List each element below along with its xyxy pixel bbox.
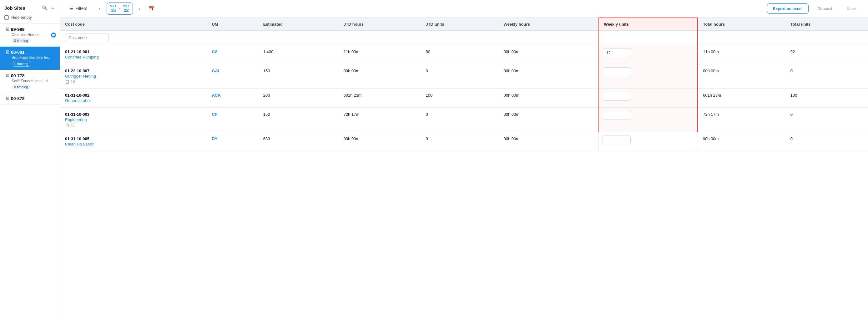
cell-weekly-units: [599, 64, 698, 89]
filter-icon[interactable]: ≡: [50, 5, 55, 11]
cell-jtd-units: 0: [421, 108, 498, 132]
discard-button[interactable]: Discard: [812, 4, 838, 13]
table-header: Cost codeUMEstimatedJTD hoursJTD unitsWe…: [60, 18, 868, 31]
um-value: CF: [212, 112, 217, 117]
cost-code-name-link[interactable]: Clean Up Labor: [65, 142, 202, 146]
topbar-right: Export as excel Discard Save: [767, 3, 862, 14]
cell-weekly-hours: 00h 00m: [498, 64, 598, 89]
cell-weekly-hours: 00h 00m: [498, 132, 598, 151]
cell-total-hours: 11h 00m: [698, 45, 785, 64]
hide-empty-row: Hide empty: [0, 14, 60, 24]
cost-code-search-input[interactable]: [65, 33, 109, 42]
weekly-units-input[interactable]: [603, 92, 631, 101]
empty-cell-um: [207, 31, 258, 45]
timelog-badge: 0 timelog: [11, 38, 31, 43]
site-name: Crestline Homes: [11, 32, 55, 37]
cell-sub-info: 📋 15: [65, 80, 202, 84]
cell-jtd-units: 0: [421, 132, 498, 151]
site-list: 🏗99-999Crestline Homes0 timelog🏗00-001Br…: [0, 24, 60, 105]
cell-total-units: 0: [785, 132, 868, 151]
cell-total-hours: 00h 00m: [698, 132, 785, 151]
sidebar-item-00-778[interactable]: 🏗00-778Swift Foundations Ltd.0 timelog: [0, 70, 60, 93]
next-date-button[interactable]: ›: [135, 4, 144, 13]
cost-code-name-link[interactable]: General Labor: [65, 98, 202, 103]
table-container: Cost codeUMEstimatedJTD hoursJTD unitsWe…: [60, 18, 868, 316]
cost-code-id: 01-31-10-002: [65, 93, 202, 97]
cost-code-name-link[interactable]: Engineering: [65, 117, 202, 122]
site-code: 99-999: [11, 27, 25, 32]
cost-code-name-link[interactable]: Outrigger Netting: [65, 74, 202, 79]
cost-code-name-link[interactable]: Concrete Pumping: [65, 55, 202, 59]
table-body: 01-21-10-001Concrete PumpingCA1,40011h 0…: [60, 45, 868, 151]
filters-button[interactable]: ☰ Filters: [66, 4, 90, 13]
sidebar-item-00-878[interactable]: 🏗00-878: [0, 93, 60, 104]
weekly-units-input[interactable]: [603, 48, 631, 57]
cell-estimated: 152: [258, 108, 339, 132]
th-weekly-units: Weekly units: [599, 18, 698, 31]
table-row: 01-31-10-003Engineering📋 11CF15272h 17m0…: [60, 108, 868, 132]
sidebar-title: Job Sites: [4, 5, 25, 11]
sidebar-item-00-001[interactable]: 🏗00-001Brookside Builders Inc.0 timelog: [0, 47, 60, 70]
cell-total-hours: 00h 00m: [698, 64, 785, 89]
building-icon: 🏗: [5, 50, 9, 54]
cell-jtd-hours: 00h 00m: [339, 64, 421, 89]
table-row: 01-31-10-002General LaborACR200601h 23m1…: [60, 89, 868, 108]
table-row: 01-31-10-005Clean Up LaborDY63900h 00m00…: [60, 132, 868, 151]
cell-um: GAL: [207, 64, 258, 89]
sliders-icon: ☰: [69, 6, 73, 11]
calendar-icon[interactable]: 📅: [147, 3, 157, 13]
document-icon: 📋: [65, 123, 69, 127]
building-icon: 🏗: [5, 74, 9, 78]
sidebar-header: Job Sites 🔍 ≡: [0, 0, 60, 14]
filters-label: Filters: [75, 6, 87, 11]
empty-cell-total-units: [785, 31, 868, 45]
hide-empty-checkbox[interactable]: [4, 15, 9, 20]
cell-total-hours: 72h 17m: [698, 108, 785, 132]
topbar: ☰ Filters ‹ OCT 16 - OCT 22 › 📅: [60, 0, 868, 18]
cell-total-units: 0: [785, 64, 868, 89]
cell-um: CF: [207, 108, 258, 132]
document-icon: 📋: [65, 80, 69, 84]
cell-weekly-units: [599, 45, 698, 64]
empty-cell-weekly-hours: [498, 31, 598, 45]
cell-estimated: 150: [258, 64, 339, 89]
export-excel-button[interactable]: Export as excel: [767, 3, 809, 14]
weekly-units-input[interactable]: [602, 135, 631, 144]
building-icon: 🏗: [5, 27, 9, 32]
site-item-row: 🏗99-999: [5, 27, 55, 32]
cell-jtd-units: 0: [421, 64, 498, 89]
th-jtd-units: JTD units: [421, 18, 498, 31]
cell-um: DY: [207, 132, 258, 151]
cell-weekly-units: [599, 108, 698, 132]
cell-cost-code: 01-31-10-003Engineering📋 11: [60, 108, 207, 132]
um-value: CA: [212, 50, 218, 54]
date-navigator: ‹ OCT 16 - OCT 22 › 📅: [95, 2, 157, 15]
cost-code-id: 01-22-10-007: [65, 68, 202, 73]
date-range: OCT 16 - OCT 22: [106, 2, 133, 15]
cell-cost-code: 01-22-10-007Outrigger Netting📋 15: [60, 64, 207, 89]
th-estimated: Estimated: [258, 18, 339, 31]
sidebar-item-99-999[interactable]: 🏗99-999Crestline Homes0 timelog: [0, 24, 60, 46]
th-total-units: Total units: [785, 18, 868, 31]
notification-dot: [50, 32, 57, 38]
weekly-units-input[interactable]: [603, 67, 631, 76]
th-weekly-hours: Weekly hours: [498, 18, 598, 31]
svg-point-0: [52, 34, 55, 36]
prev-date-button[interactable]: ‹: [95, 4, 104, 13]
cell-total-units: 0: [785, 108, 868, 132]
sidebar: Job Sites 🔍 ≡ Hide empty 🏗99-999Crestlin…: [0, 0, 60, 316]
cell-total-units: 100: [785, 89, 868, 108]
save-button[interactable]: Save: [841, 4, 862, 13]
th-cost-code: Cost code: [60, 18, 207, 31]
search-row: [60, 31, 868, 45]
cost-code-id: 01-31-10-003: [65, 112, 202, 117]
cell-jtd-units: 80: [421, 45, 498, 64]
date-from-day: 16: [111, 7, 116, 13]
date-to-day: 22: [124, 7, 129, 13]
cell-cost-code: 01-31-10-005Clean Up Labor: [60, 132, 207, 151]
weekly-units-input[interactable]: [603, 111, 631, 120]
cell-cost-code: 01-31-10-002General Labor: [60, 89, 207, 108]
cell-sub-info: 📋 11: [65, 123, 202, 127]
empty-cell-total-hours: [698, 31, 785, 45]
search-icon[interactable]: 🔍: [41, 5, 47, 11]
